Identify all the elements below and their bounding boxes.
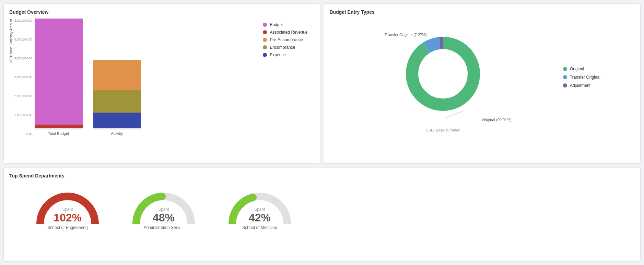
gauges-row: Spent 102% School of Engineering	[9, 183, 635, 233]
gauge-administration-text: Spent 48%	[129, 207, 198, 224]
gauge-administration-dept: Administration Servi...	[144, 225, 184, 230]
legend-item-original: Original	[563, 67, 600, 71]
budget-overview-chart-area: USD: Base Currency Amount 6,000,000.00 5…	[9, 19, 315, 136]
gauge-administration-spent-label: Spent	[158, 207, 169, 212]
legend-item-associated-revenue: Associated Revenue	[263, 30, 307, 35]
gauge-medicine-wrap: Spent 42%	[225, 186, 294, 224]
legend-dot-expense	[263, 53, 267, 57]
legend-label-adjustment: Adjustment	[570, 83, 590, 88]
legend-dot-adjustment	[563, 83, 567, 88]
gauge-administration-percent: 48%	[153, 212, 175, 224]
legend-label-associated-revenue: Associated Revenue	[270, 30, 307, 35]
donut-segment-original	[412, 43, 474, 105]
gauge-engineering-percent: 102%	[54, 212, 82, 224]
donut-legend: Original Transfer Original Adjustment	[556, 60, 607, 95]
gauge-administration: Spent 48% Administration Servi...	[126, 186, 201, 230]
gauge-engineering: Spent 102% School of Engineering	[30, 186, 105, 230]
budget-overview-title: Budget Overview	[9, 9, 315, 15]
top-spend-card: Top Spend Departments Spent 102% S	[3, 167, 641, 262]
bars-group: Total Budget Activity	[35, 19, 256, 136]
bar-segment-encumbrance	[93, 90, 141, 113]
transfer-original-label: Transfer Original (7.27%)	[385, 33, 427, 37]
gauge-engineering-spent-label: Spent	[62, 207, 73, 212]
budget-overview-legend: Budget Associated Revenue Pre-Encumbranc…	[256, 19, 314, 61]
y-axis-label: USD: Base Currency Amount	[9, 19, 13, 64]
bar-segment-budget	[35, 19, 83, 125]
original-label: Original (90.91%)	[482, 118, 512, 122]
gauge-administration-wrap: Spent 48%	[129, 186, 198, 224]
gauge-engineering-text: Spent 102%	[33, 207, 102, 224]
budget-entry-card: Budget Entry Types	[324, 3, 641, 164]
budget-entry-title: Budget Entry Types	[330, 9, 635, 15]
gauge-engineering-dept: School of Engineering	[47, 225, 87, 230]
legend-label-encumbrance: Encumbrance	[270, 45, 295, 50]
legend-dot-transfer-original	[563, 75, 567, 79]
gauge-medicine-percent: 42%	[249, 212, 271, 224]
legend-item-expense: Expense	[263, 53, 307, 57]
bar-total-budget: Total Budget	[35, 19, 83, 136]
svg-line-1	[446, 111, 464, 118]
legend-item-pre-encumbrance: Pre-Encumbrance	[263, 37, 307, 42]
legend-dot-original	[563, 67, 567, 71]
bar-segment-pre-encumbrance	[93, 60, 141, 90]
legend-dot-budget	[263, 23, 267, 27]
legend-dot-associated-revenue	[263, 30, 267, 34]
dashboard: Budget Overview USD: Base Currency Amoun…	[0, 0, 644, 265]
y-ticks: 6,000,000.00 5,000,000.00 4,000,000.00 3…	[14, 19, 33, 136]
top-spend-title: Top Spend Departments	[9, 173, 635, 178]
legend-item-budget: Budget	[263, 22, 307, 27]
gauge-medicine-dept: School of Medicine	[242, 225, 277, 230]
original-connector	[446, 109, 467, 119]
gauge-medicine-text: Spent 42%	[225, 207, 294, 224]
transfer-connector	[440, 31, 467, 41]
legend-item-adjustment: Adjustment	[563, 83, 600, 88]
bar-activity-label: Activity	[111, 131, 123, 136]
bar-segment-associated-revenue	[35, 125, 83, 128]
bar-total-budget-label: Total Budget	[48, 131, 69, 136]
legend-label-original: Original	[570, 67, 584, 71]
legend-label-budget: Budget	[270, 22, 283, 27]
bar-activity: Activity	[93, 60, 141, 136]
donut-currency: USD: Base currency	[426, 128, 460, 132]
legend-item-transfer-original: Transfer Original	[563, 75, 600, 80]
donut-chart	[398, 29, 488, 118]
legend-label-pre-encumbrance: Pre-Encumbrance	[270, 37, 303, 42]
donut-area: Transfer Original (7.27%) Original (90.9…	[330, 19, 635, 136]
legend-label-transfer-original: Transfer Original	[570, 75, 600, 80]
legend-item-encumbrance: Encumbrance	[263, 45, 307, 50]
gauge-medicine-spent-label: Spent	[254, 207, 265, 212]
legend-dot-encumbrance	[263, 45, 267, 49]
gauge-engineering-wrap: Spent 102%	[33, 186, 102, 224]
budget-overview-card: Budget Overview USD: Base Currency Amoun…	[3, 3, 320, 164]
gauge-medicine: Spent 42% School of Medicine	[222, 186, 297, 230]
legend-dot-pre-encumbrance	[263, 38, 267, 42]
legend-label-expense: Expense	[270, 53, 286, 57]
bar-segment-expense	[93, 113, 141, 128]
